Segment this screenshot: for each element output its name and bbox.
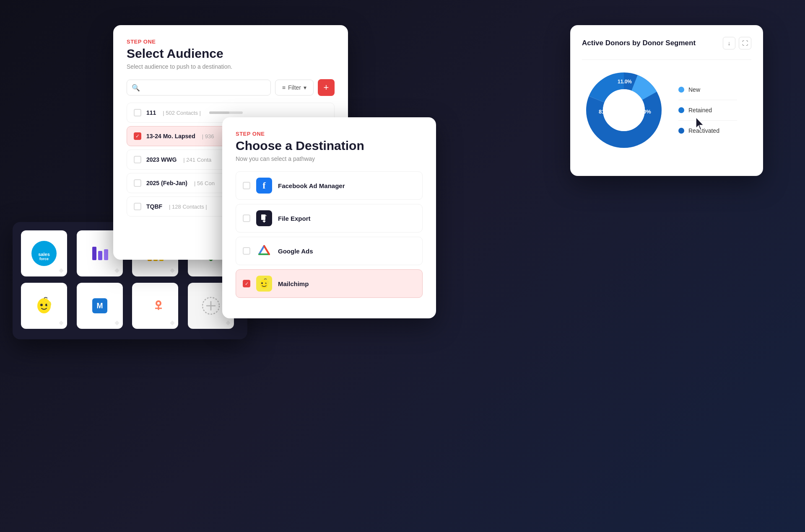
audience-contacts: | 56 Con [194,180,215,186]
facebook-icon: f [256,178,272,194]
dest-name-googleads: Google Ads [278,248,313,255]
integration-item-mailchimp-grid[interactable] [21,283,67,329]
dest-checkbox-fileexport[interactable] [243,214,250,222]
svg-rect-3 [59,268,63,273]
expand-icon: ⛶ [742,40,748,46]
audience-checkbox-3[interactable] [134,156,141,163]
dest-checkbox-googleads[interactable] [243,247,250,255]
audience-name: 111 [146,109,156,116]
integration-item-blue[interactable]: M [77,283,123,329]
marketing-logo [89,243,111,264]
audience-contacts: | 241 Conta [183,157,211,163]
add-audience-button[interactable]: + [318,79,335,96]
choose-destination-panel: STEP ONE Choose a Destination Now you ca… [222,117,436,318]
svg-rect-36 [261,214,265,220]
svg-line-42 [264,246,269,254]
chart-download-button[interactable]: ↓ [723,37,735,49]
dest-step-label: STEP ONE [236,131,423,137]
audience-name: TQBF [146,203,162,210]
svg-point-46 [266,280,269,284]
chart-title: Active Donors by Donor Segment [582,39,696,47]
svg-marker-37 [265,214,267,216]
audience-checkbox-1[interactable] [134,109,141,116]
search-filter-row: 🔍 ≡ Filter ▾ + [127,79,335,96]
mailchimp-icon [256,276,272,292]
mailchimp-grid-logo [33,295,55,317]
integration-item-hubspot[interactable] [132,283,178,329]
legend-item-new: New [678,86,737,93]
audience-name: 2023 WWG [146,156,177,163]
svg-rect-7 [114,268,119,273]
corner-diamond-icon [114,267,120,274]
filter-button[interactable]: ≡ Filter ▾ [275,80,314,96]
svg-text:sales: sales [38,252,50,257]
dest-checkbox-mailchimp[interactable]: ✓ [243,280,250,287]
dest-panel-title: Choose a Destination [236,139,423,153]
search-icon: 🔍 [132,84,140,92]
svg-point-44 [261,282,263,284]
audience-name: 13-24 Mo. Lapsed [146,133,195,139]
audience-contacts: | 128 Contacts | [169,204,207,210]
audience-contacts: | 936 [202,133,214,139]
dest-checkbox-facebook[interactable] [243,182,250,189]
corner-diamond-icon [225,320,231,326]
legend-divider [678,100,737,100]
audience-contacts: | 502 Contacts | [163,110,201,116]
legend-dot-reactivated [678,128,684,134]
svg-text:36.0%: 36.0% [636,108,651,115]
svg-point-19 [40,304,43,306]
dest-name-fileexport: File Export [278,215,311,222]
dest-name-facebook: Facebook Ad Manager [278,182,345,189]
legend-label-new: New [688,86,700,93]
svg-rect-11 [170,268,174,273]
destination-list: f Facebook Ad Manager File Export Goo [236,171,423,298]
svg-rect-22 [59,320,63,325]
svg-rect-6 [104,249,108,260]
svg-rect-5 [98,251,102,260]
progress-bar [209,111,243,114]
chart-content: 81.0% 36.0% 11.0% New Retained Reactivat… [582,68,751,152]
donut-svg: 81.0% 36.0% 11.0% [582,68,666,152]
download-icon: ↓ [728,40,731,46]
audience-checkbox-2[interactable]: ✓ [134,132,141,140]
panel-title: Select Audience [127,46,335,61]
hubspot-logo [144,295,166,317]
search-input[interactable] [127,80,271,96]
audience-checkbox-4[interactable] [134,179,141,187]
filter-icon: ≡ [282,84,286,91]
panel-subtitle: Select audience to push to a destination… [127,63,335,70]
filter-label: Filter [288,84,301,91]
legend-item-retained: Retained [678,107,737,114]
legend-label-retained: Retained [688,107,712,114]
svg-text:81.0%: 81.0% [599,108,614,115]
legend-divider [678,120,737,121]
audience-checkbox-5[interactable] [134,203,141,210]
svg-point-21 [47,301,51,307]
svg-rect-25 [114,320,119,325]
chart-expand-button[interactable]: ⛶ [739,37,751,49]
svg-line-40 [259,246,264,254]
donor-chart-panel: Active Donors by Donor Segment ↓ ⛶ [570,25,763,176]
corner-diamond-icon [58,320,65,326]
dest-panel-subtitle: Now you can select a pathway [236,155,423,162]
svg-rect-4 [92,247,96,260]
progress-fill [209,111,229,114]
donut-chart: 81.0% 36.0% 11.0% [582,68,666,152]
add-integration-icon [202,297,220,315]
integration-item-salesforce[interactable]: sales force [21,230,67,276]
search-wrapper: 🔍 [127,80,271,96]
destination-item-facebook[interactable]: f Facebook Ad Manager [236,171,423,200]
chart-divider [582,59,751,60]
file-export-icon [256,210,272,226]
destination-item-mailchimp[interactable]: ✓ Mailchimp [236,269,423,298]
chart-legend: New Retained Reactivated [678,86,737,134]
dest-name-mailchimp: Mailchimp [278,280,309,287]
destination-item-googleads[interactable]: Google Ads [236,237,423,265]
salesforce-logo: sales force [31,241,57,266]
corner-diamond-icon [58,267,65,274]
destination-item-fileexport[interactable]: File Export [236,204,423,232]
svg-text:M: M [96,302,103,310]
chart-actions: ↓ ⛶ [723,37,751,49]
audience-name: 2025 (Feb-Jan) [146,180,187,186]
step-one-label: STEP ONE [127,39,335,45]
